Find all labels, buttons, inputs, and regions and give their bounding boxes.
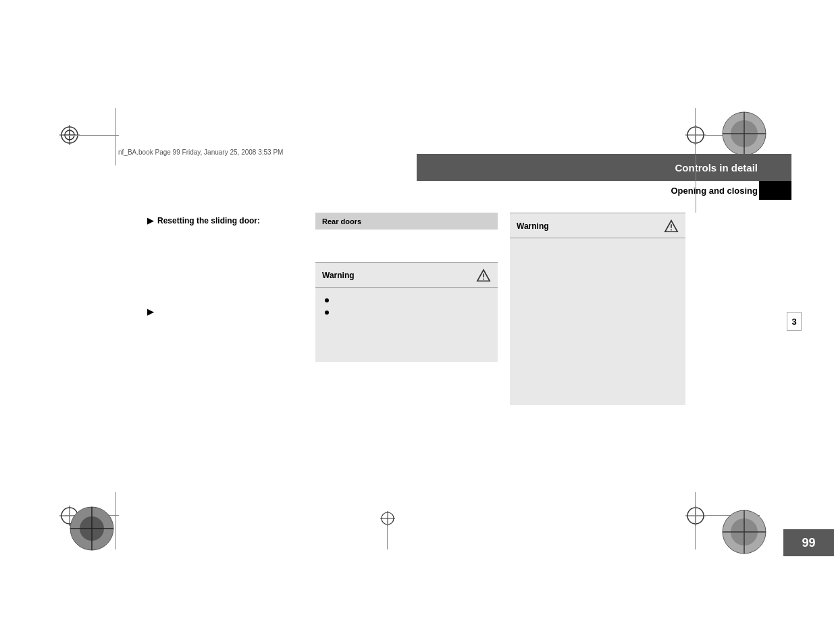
page-number-box: 99 [783,529,834,556]
header-bar: Controls in detail [417,154,791,181]
warning-header-2: Warning [510,213,685,238]
page-number: 99 [802,536,815,550]
arrow-bullet-2: ▶ [147,307,153,317]
warning-box-2: Warning [510,213,685,405]
bullet-dot-2 [325,311,329,315]
subheader-bar: Opening and closing [417,181,791,200]
bottom-left-circle [68,504,116,553]
header-title: Controls in detail [675,162,758,173]
file-info: nf_BA.book Page 99 Friday, January 25, 2… [118,149,283,156]
bottom-center-vline [387,521,388,549]
bottom-center-crosshair [380,511,395,526]
top-right-circle [720,109,768,158]
sliding-door-label: ▶ Resetting the sliding door: [147,216,260,225]
top-left-vline [115,108,116,165]
bullet-item-2 [325,308,488,315]
sliding-door-text: Resetting the sliding door: [157,216,260,225]
right-vline [696,155,696,213]
bottom-right-crosshair [685,506,706,526]
top-right-crosshair [685,125,706,145]
subheader-black-box [759,181,791,200]
warning-triangle-icon-2 [664,219,679,234]
bottom-right-vline [695,492,696,549]
warning-triangle-icon-1 [476,268,491,283]
warning-label-2: Warning [517,221,549,231]
arrow-icon-1: ▶ [147,216,153,225]
rear-doors-title: Rear doors [322,217,361,225]
bullet-dot-1 [325,298,329,302]
rear-doors-box: Rear doors [315,213,498,230]
warning-label-1: Warning [322,271,355,280]
svg-point-18 [671,230,672,231]
warning-header-1: Warning [315,263,498,288]
chapter-tab: 3 [787,312,802,331]
svg-point-15 [483,279,484,280]
subheader-title: Opening and closing [671,186,758,196]
bullet-item-1 [325,296,488,302]
bottom-right-circle [720,508,768,556]
warning-box-1: Warning [315,262,498,362]
top-left-hline [65,135,119,136]
warning-content-1 [315,288,498,328]
